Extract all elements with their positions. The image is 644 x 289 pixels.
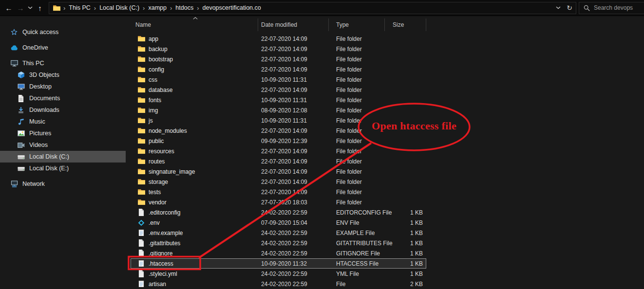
sidebar-item-music[interactable]: Music	[0, 116, 126, 127]
sidebar-item-3d-objects[interactable]: 3D Objects	[0, 69, 126, 81]
nav-buttons: ← → ↑	[0, 2, 48, 14]
file-name-cell: artisan	[131, 280, 258, 288]
sidebar-item-downloads[interactable]: Downloads	[0, 104, 126, 116]
file-row-public[interactable]: public09-09-2020 12:39File folder	[131, 136, 426, 146]
sidebar-item-label: 3D Objects	[29, 72, 59, 78]
file-type: File folder	[329, 168, 385, 175]
back-button[interactable]: ←	[3, 2, 15, 14]
sidebar-item-desktop[interactable]: Desktop	[0, 81, 126, 92]
file-row-tests[interactable]: tests22-07-2020 14:09File folder	[131, 187, 426, 197]
folder-icon	[137, 168, 145, 176]
file-date-modified: 24-02-2020 22:59	[258, 281, 329, 288]
file-name: config	[149, 66, 164, 73]
file-row-singnature-image[interactable]: singnature_image22-07-2020 14:09File fol…	[131, 166, 426, 177]
sidebar-item-quick-access[interactable]: Quick access	[0, 26, 126, 38]
file-list-pane: NameDate modifiedTypeSize app22-07-2020 …	[126, 16, 644, 289]
file-row-editorconfig[interactable]: .editorconfig24-02-2020 22:59EDITORCONFI…	[131, 207, 426, 217]
file-list: app22-07-2020 14:09File folderbackup22-0…	[126, 34, 644, 289]
breadcrumb-item-this-pc[interactable]: This PC	[66, 4, 93, 11]
sidebar-item-local-disk-c[interactable]: Local Disk (C:)	[0, 151, 126, 163]
sidebar-item-local-disk-e[interactable]: Local Disk (E:)	[0, 163, 126, 174]
recent-locations-chevron-icon[interactable]	[26, 2, 34, 14]
file-name-cell: tests	[131, 188, 258, 196]
sidebar-group: Quick access	[0, 26, 126, 38]
file-date-modified: 07-09-2020 15:04	[258, 219, 329, 226]
file-row-vendor[interactable]: vendor27-07-2020 18:03File folder	[131, 197, 426, 207]
sidebar-item-videos[interactable]: Videos	[0, 139, 126, 151]
breadcrumb-item-htdocs[interactable]: htdocs	[173, 4, 196, 11]
file-date-modified: 22-07-2020 14:09	[258, 66, 329, 73]
column-header-size[interactable]: Size	[385, 18, 426, 31]
refresh-button[interactable]: ↻	[564, 2, 575, 14]
file-date-modified: 24-02-2020 22:59	[258, 230, 329, 236]
file-name: .env	[149, 219, 160, 226]
file-row-css[interactable]: css10-09-2020 11:31File folder	[131, 74, 426, 85]
sidebar-item-label: Network	[22, 181, 45, 187]
sidebar-item-pictures[interactable]: Pictures	[0, 127, 126, 139]
file-row-resources[interactable]: resources22-07-2020 14:09File folder	[131, 146, 426, 156]
file-type: File folder	[329, 87, 385, 93]
file-row-env[interactable]: .env07-09-2020 15:04ENV File1 KB	[131, 217, 426, 228]
sidebar-item-label: Documents	[29, 95, 60, 102]
file-date-modified: 22-07-2020 14:09	[258, 127, 329, 134]
sidebar-item-documents[interactable]: Documents	[0, 92, 126, 104]
file-row-storage[interactable]: storage22-07-2020 14:09File folder	[131, 177, 426, 187]
breadcrumb-separator-icon: ›	[62, 4, 66, 12]
column-header-name[interactable]: Name	[131, 18, 258, 31]
folder-icon	[137, 96, 145, 104]
sidebar-item-label: Downloads	[29, 107, 59, 113]
column-header-date-modified[interactable]: Date modified	[258, 18, 329, 31]
file-row-config[interactable]: config22-07-2020 14:09File folder	[131, 64, 426, 74]
sidebar-item-onedrive[interactable]: OneDrive	[0, 42, 126, 54]
address-dropdown-chevron-icon[interactable]	[554, 2, 562, 14]
file-row-bootstrap[interactable]: bootstrap22-07-2020 14:09File folder	[131, 54, 426, 64]
sidebar-group: OneDrive	[0, 42, 126, 54]
file-row-gitignore[interactable]: .gitignore24-02-2020 22:59GITIGNORE File…	[131, 248, 426, 258]
picture-icon	[17, 129, 25, 137]
sidebar-item-label: Pictures	[29, 130, 51, 137]
column-header-type[interactable]: Type	[329, 18, 385, 31]
file-name-cell: backup	[131, 45, 258, 53]
file-row-js[interactable]: js10-09-2020 11:31File folder	[131, 115, 426, 126]
cube-icon	[17, 71, 25, 79]
file-row-artisan[interactable]: artisan24-02-2020 22:59File2 KB	[131, 279, 426, 289]
folder-icon	[137, 158, 145, 165]
search-box[interactable]: Search devops	[579, 2, 644, 14]
file-row-gitattributes[interactable]: .gitattributes24-02-2020 22:59GITATTRIBU…	[131, 238, 426, 248]
file-row-app[interactable]: app22-07-2020 14:09File folder	[131, 34, 426, 44]
file-row-node-modules[interactable]: node_modules22-07-2020 14:09File folder	[131, 126, 426, 136]
file-row-backup[interactable]: backup22-07-2020 14:09File folder	[131, 44, 426, 54]
file-date-modified: 27-07-2020 18:03	[258, 199, 329, 206]
forward-button[interactable]: →	[15, 2, 26, 14]
folder-icon	[137, 35, 145, 43]
sidebar-item-this-pc[interactable]: This PC	[0, 57, 126, 69]
file-size: 1 KB	[385, 230, 426, 236]
file-name: .styleci.yml	[149, 271, 177, 277]
file-date-modified: 22-07-2020 14:09	[258, 148, 329, 155]
file-name-cell: .env	[131, 219, 258, 227]
file-date-modified: 08-09-2020 12:08	[258, 107, 329, 114]
file-row-database[interactable]: database22-07-2020 14:09File folder	[131, 85, 426, 95]
file-icon	[137, 250, 145, 257]
file-row-img[interactable]: img08-09-2020 12:08File folder	[131, 105, 426, 115]
music-icon	[17, 118, 25, 126]
file-date-modified: 24-02-2020 22:59	[258, 209, 329, 216]
breadcrumb-item-devopscertification-co[interactable]: devopscertification.co	[200, 4, 264, 11]
file-row-env-example[interactable]: .env.example24-02-2020 22:59EXAMPLE File…	[131, 228, 426, 238]
breadcrumb-separator-icon: ›	[169, 4, 173, 12]
file-type: GITIGNORE File	[329, 250, 385, 257]
sidebar-group: Network	[0, 178, 126, 190]
file-name: .gitattributes	[149, 240, 180, 247]
folder-icon	[137, 66, 145, 73]
breadcrumb-item-local-disk-c[interactable]: Local Disk (C:)	[97, 4, 142, 11]
sidebar-item-network[interactable]: Network	[0, 178, 126, 190]
file-type: HTACCESS File	[329, 260, 385, 267]
file-row-styleci-yml[interactable]: .styleci.yml24-02-2020 22:59YML File1 KB	[131, 269, 426, 279]
file-row-fonts[interactable]: fonts10-09-2020 11:31File folder	[131, 95, 426, 105]
breadcrumb-item-xampp[interactable]: xampp	[146, 4, 169, 11]
up-button[interactable]: ↑	[34, 2, 46, 14]
file-row-routes[interactable]: routes22-07-2020 14:09File folder	[131, 156, 426, 166]
address-bar[interactable]: ›This PC›Local Disk (C:)›xampp›htdocs›de…	[49, 2, 576, 14]
toolbar: ← → ↑ ›This PC›Local Disk (C:)›xampp›htd…	[0, 0, 644, 16]
file-row-htaccess[interactable]: .htaccess10-09-2020 11:32HTACCESS File1 …	[131, 258, 426, 269]
